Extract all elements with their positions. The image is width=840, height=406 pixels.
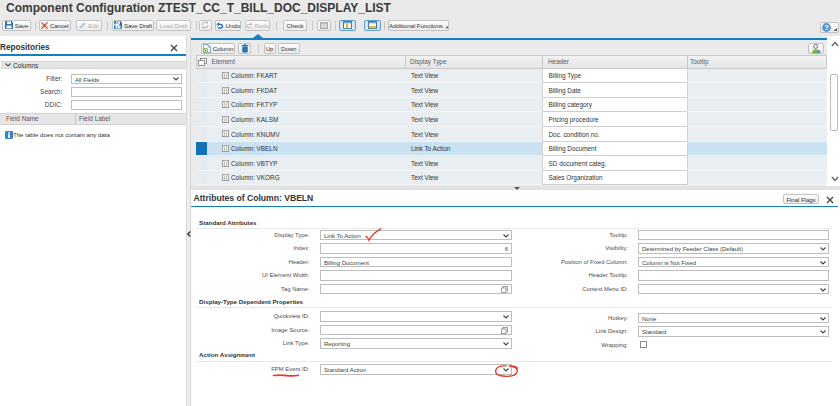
svg-text:?: ? (824, 24, 828, 31)
